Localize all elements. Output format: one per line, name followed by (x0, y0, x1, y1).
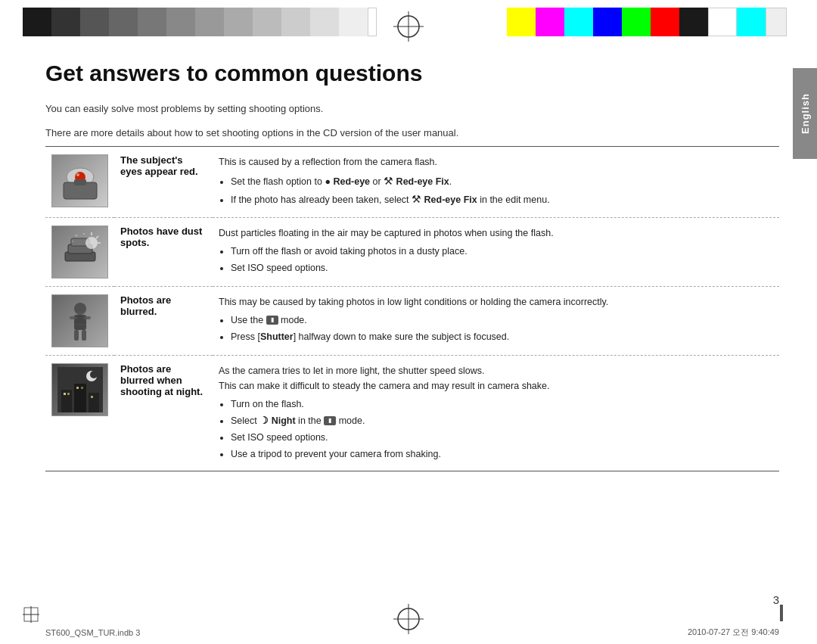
list-item: Turn off the flash or avoid taking photo… (231, 244, 773, 259)
row3-solution: This may be caused by taking photos in l… (213, 286, 779, 355)
list-item: Press [Shutter] halfway down to make sur… (231, 329, 773, 344)
row3-image (45, 286, 114, 355)
blur-image (51, 294, 108, 347)
table-row: Photos have dust spots. Dust particles f… (45, 217, 779, 286)
table-row: The subject's eyes appear red. This is c… (45, 147, 779, 218)
table-row: Photos are blurred. This may be caused b… (45, 286, 779, 355)
svg-point-28 (90, 371, 98, 378)
svg-rect-35 (81, 387, 83, 389)
svg-rect-31 (89, 393, 99, 412)
night-image (51, 363, 108, 416)
row1-problem: The subject's eyes appear red. (114, 147, 213, 218)
footer-left: ST600_QSM_TUR.indb 3 (45, 628, 140, 637)
svg-rect-33 (67, 393, 70, 395)
svg-point-15 (75, 234, 77, 236)
svg-rect-23 (82, 330, 86, 341)
table-row: Photos are blurred when shooting at nigh… (45, 355, 779, 471)
row3-bullets: Use the ▮ mode. Press [Shutter] halfway … (231, 313, 773, 344)
svg-point-11 (85, 237, 98, 249)
scene-mode-icon: ▮ (324, 416, 336, 425)
color-strip-left (23, 8, 386, 36)
page-number-bar (780, 605, 783, 621)
row4-problem: Photos are blurred when shooting at nigh… (114, 355, 213, 471)
list-item: Set ISO speed options. (231, 430, 773, 445)
svg-rect-32 (64, 393, 66, 395)
list-item: Select ☽ Night in the ▮ mode. (231, 413, 773, 428)
svg-rect-30 (74, 384, 86, 412)
row4-bullets: Turn on the flash. Select ☽ Night in the… (231, 397, 773, 462)
tab-label: English (800, 93, 811, 134)
page-number: 3 (773, 593, 779, 606)
list-item: If the photo has already been taken, sel… (231, 191, 773, 207)
svg-point-18 (74, 303, 86, 315)
row2-bullets: Turn off the flash or avoid taking photo… (231, 244, 773, 275)
row1-solution: This is caused by a reflection from the … (213, 147, 779, 218)
row3-problem: Photos are blurred. (114, 286, 213, 355)
footer-right: 2010-07-27 오전 9:40:49 (688, 627, 779, 638)
svg-rect-20 (70, 316, 77, 319)
list-item: Set the flash option to ● Red-eye or ⚒ R… (231, 173, 773, 189)
svg-rect-21 (83, 316, 91, 319)
svg-rect-22 (74, 330, 79, 341)
mode-icon: ▮ (266, 316, 278, 325)
color-strip-right (507, 8, 794, 36)
list-item: Turn on the flash. (231, 397, 773, 412)
list-item: Use the ▮ mode. (231, 313, 773, 328)
row1-image (45, 147, 114, 218)
svg-line-13 (96, 236, 98, 238)
list-item: Set ISO speed options. (231, 260, 773, 275)
list-item: Use a tripod to prevent your camera from… (231, 446, 773, 462)
page-title: Get answers to common questions (45, 61, 779, 86)
faq-table: The subject's eyes appear red. This is c… (45, 146, 779, 471)
dust-image (51, 226, 108, 278)
red-eye-image (51, 154, 108, 207)
bottom-left-mark (23, 606, 39, 625)
center-crosshair (393, 11, 424, 42)
svg-point-17 (72, 241, 73, 242)
svg-rect-7 (74, 179, 86, 185)
row1-intro: This is caused by a reflection from the … (219, 157, 437, 167)
footer: ST600_QSM_TUR.indb 3 2010-07-27 오전 9:40:… (45, 627, 779, 638)
row4-intro2: This can make it difficult to steady the… (219, 381, 549, 391)
intro-line-1: You can easily solve most problems by se… (45, 101, 779, 117)
svg-rect-36 (91, 396, 93, 398)
row2-solution: Dust particles floating in the air may b… (213, 217, 779, 286)
row2-problem: Photos have dust spots. (114, 217, 213, 286)
svg-point-16 (83, 233, 85, 235)
top-bar (0, 0, 817, 53)
svg-rect-34 (76, 387, 79, 389)
svg-rect-29 (61, 390, 72, 412)
row2-image (45, 217, 114, 286)
english-tab: English (793, 68, 817, 159)
row2-intro: Dust particles floating in the air may b… (219, 228, 554, 238)
intro-line-2: There are more details about how to set … (45, 126, 779, 141)
row1-bullets: Set the flash option to ● Red-eye or ⚒ R… (231, 173, 773, 208)
svg-point-5 (76, 173, 79, 176)
row4-image (45, 355, 114, 471)
row4-intro1: As the camera tries to let in more light… (219, 366, 485, 376)
row4-solution: As the camera tries to let in more light… (213, 355, 779, 471)
main-content: Get answers to common questions You can … (45, 61, 779, 614)
row3-intro: This may be caused by taking photos in l… (219, 297, 608, 307)
